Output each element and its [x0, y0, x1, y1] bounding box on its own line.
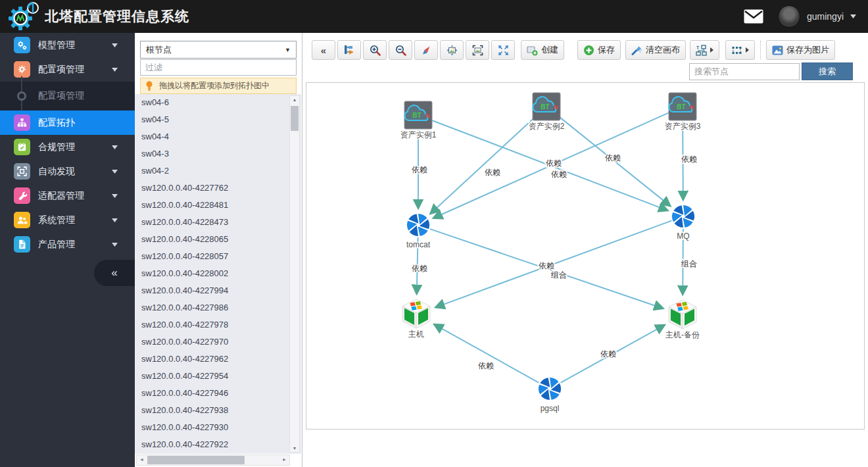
save-button[interactable]: 保存	[577, 40, 621, 60]
sidebar-item-label: 系统管理	[38, 214, 75, 226]
ci-list-item[interactable]: sw120.0.0.40-4227946	[135, 385, 301, 402]
save-as-image-button[interactable]: 保存为图片	[766, 40, 835, 60]
chevron-down-icon	[112, 68, 118, 72]
sidebar-item-6[interactable]: 系统管理	[0, 208, 135, 232]
sidebar-submenu: 配置项管理	[0, 82, 135, 111]
sidebar-item-3[interactable]: 合规管理	[0, 135, 135, 159]
topo-node-asset2[interactable]: BTN	[533, 93, 560, 120]
edge-label: 依赖	[539, 261, 554, 270]
app-logo-icon	[7, 1, 41, 32]
ci-list-item[interactable]: sw04-2	[135, 162, 301, 180]
edge-label: 依赖	[412, 264, 427, 273]
ci-list-item[interactable]: sw120.0.0.40-4227978	[135, 316, 301, 333]
ci-list-item[interactable]: sw04-3	[135, 145, 301, 162]
ci-list-item[interactable]: sw04-4	[135, 128, 301, 145]
ci-list-item[interactable]: sw120.0.0.40-4227962	[135, 351, 301, 368]
fit-view-button[interactable]	[466, 40, 489, 60]
zoom-in-button[interactable]	[363, 40, 387, 60]
sidebar-item-7[interactable]: 产品管理	[0, 232, 135, 257]
compass-icon	[421, 45, 432, 56]
sidebar-collapse-label: «	[111, 266, 117, 280]
search-button[interactable]: 搜索	[802, 62, 853, 80]
zoom-out-icon	[395, 45, 406, 56]
navigate-button[interactable]	[414, 40, 438, 60]
bulb-icon	[145, 81, 153, 91]
topo-node-hostbk[interactable]	[669, 300, 696, 329]
topo-node-tomcat[interactable]	[404, 212, 433, 238]
ci-list-item[interactable]: sw04-5	[135, 111, 301, 128]
topo-edge-pgsql-host[interactable]	[434, 324, 539, 383]
select-caret-icon: ▼	[285, 47, 291, 53]
ci-list-item[interactable]: sw120.0.0.40-4227954	[135, 368, 301, 385]
ci-list-item[interactable]: sw04-6	[135, 94, 301, 111]
ci-list-item[interactable]: sw120.0.0.40-4227762	[135, 180, 301, 197]
topo-node-pgsql[interactable]	[536, 376, 564, 402]
tree-layout-button[interactable]	[337, 40, 361, 60]
ci-list-item[interactable]: sw120.0.0.40-4228065	[135, 231, 301, 248]
sidebar-item-5[interactable]: 适配器管理	[0, 184, 135, 208]
vertical-scrollbar[interactable]: ▲ ▼	[289, 95, 300, 453]
ci-list-item[interactable]: sw120.0.0.40-4228057	[135, 248, 301, 265]
horizontal-scroll-thumb[interactable]	[147, 456, 245, 464]
topology-canvas[interactable]: 依赖依赖依赖依赖依赖依赖依赖依赖组合组合依赖依赖BTN资产实例1BTN资产实例2…	[306, 82, 865, 430]
node-label: 主机	[408, 330, 424, 339]
horizontal-scrollbar[interactable]: ◄ ►	[136, 455, 290, 466]
username: gumingyi	[807, 11, 844, 22]
root-node-select[interactable]: 根节点 ▼	[140, 41, 297, 59]
vertical-scroll-thumb[interactable]	[291, 106, 299, 131]
topology-toolbar: «	[312, 39, 837, 61]
bullet-ring-icon	[17, 91, 26, 101]
filter-input[interactable]	[140, 59, 297, 76]
sidebar-collapse-button[interactable]: «	[94, 260, 135, 286]
ci-list-item[interactable]: sw120.0.0.40-4227922	[135, 436, 301, 453]
svg-text:BT: BT	[412, 112, 421, 119]
scroll-down-icon[interactable]: ▼	[290, 446, 299, 451]
ci-list-item[interactable]: sw120.0.0.40-4228481	[135, 197, 301, 214]
scroll-up-icon[interactable]: ▲	[290, 97, 299, 102]
sidebar-item-2[interactable]: 配置拓扑	[0, 111, 135, 135]
topo-node-host[interactable]	[402, 299, 430, 328]
ci-list-item[interactable]: sw120.0.0.40-4227986	[135, 299, 301, 316]
edge-label: 依赖	[681, 155, 697, 164]
create-button[interactable]: 创建	[521, 40, 564, 60]
create-label: 创建	[541, 44, 558, 56]
scroll-right-icon[interactable]: ►	[282, 457, 287, 462]
sidebar-item-0[interactable]: 模型管理	[0, 33, 135, 57]
chevron-down-icon	[112, 243, 118, 247]
crop-icon	[14, 163, 30, 180]
node-label: MQ	[677, 232, 689, 241]
ci-list-item[interactable]: sw120.0.0.40-4227930	[135, 419, 301, 436]
ci-list-item[interactable]: sw120.0.0.40-4227938	[135, 402, 301, 419]
topo-node-asset1[interactable]: BTN	[404, 101, 432, 129]
topo-node-asset3[interactable]: BTN	[669, 93, 696, 120]
search-input[interactable]	[689, 63, 800, 80]
zoom-out-button[interactable]	[389, 40, 412, 60]
selection-menu-button[interactable]	[725, 40, 755, 60]
ci-list-item[interactable]: sw120.0.0.40-4227970	[135, 333, 301, 351]
ci-list-item[interactable]: sw120.0.0.40-4228473	[135, 214, 301, 231]
ci-list-item[interactable]: sw120.0.0.40-4227994	[135, 282, 301, 299]
user-menu[interactable]: gumingyi	[778, 5, 856, 28]
sidebar-item-label: 模型管理	[38, 39, 75, 51]
scroll-left-icon[interactable]: ◄	[139, 457, 144, 462]
edge-label: 依赖	[485, 168, 500, 177]
topo-node-mq[interactable]	[669, 203, 698, 230]
sidebar-item-1[interactable]: 配置项管理	[0, 57, 135, 82]
topo-edge-asset2-tomcat[interactable]	[430, 117, 535, 214]
sidebar-item-4[interactable]: 自动发现	[0, 159, 135, 184]
collapse-panel-button[interactable]: «	[312, 40, 335, 60]
clear-canvas-button[interactable]: 清空画布	[625, 40, 686, 60]
avatar[interactable]	[778, 5, 800, 28]
layout-menu-button[interactable]: T	[690, 40, 719, 60]
chevron-down-icon	[112, 170, 118, 174]
sidebar-subitem-label: 配置项管理	[38, 90, 84, 102]
caret-right-icon	[710, 47, 713, 53]
sidebar-subitem[interactable]: 配置项管理	[0, 83, 135, 109]
calendar-check-icon	[14, 139, 30, 155]
mail-icon[interactable]	[744, 9, 763, 24]
pan-view-button[interactable]	[440, 40, 464, 60]
ci-list: sw04-6sw04-5sw04-4sw04-3sw04-2sw120.0.0.…	[135, 94, 301, 454]
chevron-down-icon	[112, 145, 118, 149]
expand-layout-button[interactable]	[491, 40, 515, 60]
ci-list-item[interactable]: sw120.0.0.40-4228002	[135, 265, 301, 282]
